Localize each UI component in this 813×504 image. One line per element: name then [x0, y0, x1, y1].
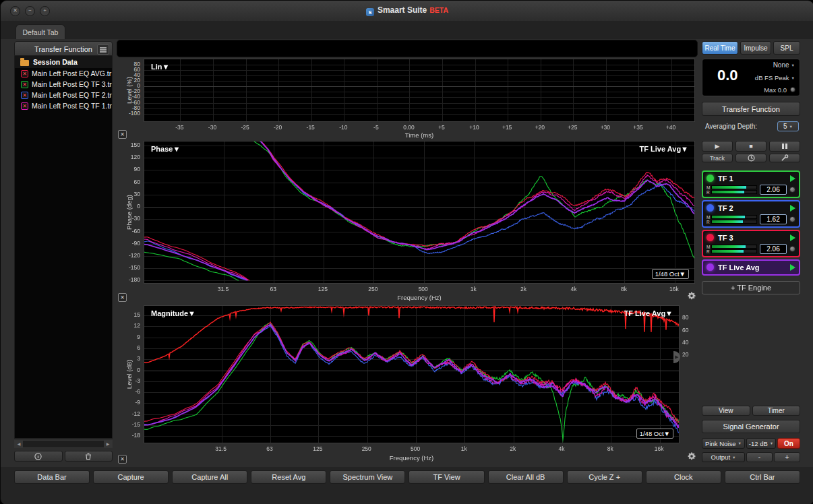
- ir-scale-dropdown[interactable]: Lin▼: [151, 63, 169, 71]
- meter-source-dropdown[interactable]: None: [773, 61, 795, 69]
- averaging-depth-select[interactable]: 5: [777, 121, 799, 131]
- tf-engine-tf-2[interactable]: TF 2MR1.62: [702, 200, 800, 228]
- magnitude-settings-gear-icon[interactable]: [687, 451, 696, 461]
- generator-on-button[interactable]: On: [777, 438, 800, 449]
- tf-delay-value[interactable]: 2.06: [760, 244, 787, 254]
- bottom-tf-view-button[interactable]: TF View: [409, 470, 484, 484]
- magnitude-plot[interactable]: Magnitude▼ TF Live Avg▼ 1/48 Oct▼: [144, 305, 680, 443]
- play-button[interactable]: ▶: [702, 141, 733, 152]
- sidebar-footer-buttons: [14, 451, 113, 462]
- bottom-data-bar-button[interactable]: Data Bar: [14, 470, 90, 484]
- tf-run-icon[interactable]: [790, 264, 795, 271]
- menu-icon[interactable]: [97, 44, 109, 55]
- generator-level-select[interactable]: -12 dB: [746, 438, 776, 449]
- tools-icon-button[interactable]: [769, 154, 800, 162]
- sidebar: Transfer Function Session Data Main Left…: [14, 41, 113, 462]
- y-tick-label: 3: [137, 355, 140, 362]
- phase-type-dropdown[interactable]: Phase▼: [151, 145, 180, 153]
- session-file-main-left-post-eq-tf-1-tr[interactable]: Main Left Post EQ TF 1.tr: [15, 100, 112, 111]
- ir-plot[interactable]: Lin▼: [144, 59, 695, 122]
- tf-engine-tf-1[interactable]: TF 1MR2.06: [702, 170, 800, 198]
- meter-reset-knob[interactable]: [790, 87, 795, 92]
- track-button[interactable]: Track: [702, 154, 733, 162]
- remove-file-icon[interactable]: [21, 70, 28, 77]
- x-tick-label: 16k: [669, 286, 679, 292]
- tf-option-knob[interactable]: [789, 246, 795, 252]
- x-tick-label: 250: [362, 445, 371, 452]
- magnitude-pane-close-icon[interactable]: [118, 455, 127, 464]
- pause-button[interactable]: [769, 141, 800, 152]
- meter-unit-dropdown[interactable]: dB FS Peak: [755, 74, 795, 82]
- tf-delay-value[interactable]: 2.06: [760, 185, 787, 195]
- stop-button[interactable]: ■: [735, 141, 766, 152]
- phase-settings-gear-icon[interactable]: [687, 291, 696, 301]
- tf-option-knob[interactable]: [789, 187, 795, 193]
- magnitude-type-dropdown[interactable]: Magnitude▼: [151, 309, 195, 317]
- x-tick-label: 63: [266, 445, 272, 452]
- phase-pane-close-icon[interactable]: [118, 293, 127, 302]
- scroll-left-icon[interactable]: [15, 441, 23, 447]
- generator-minus-button[interactable]: -: [746, 452, 773, 462]
- view-timer-row: View Timer: [702, 406, 800, 416]
- remove-file-icon[interactable]: [21, 92, 28, 99]
- file-label: Main Left Post EQ TF 2.tr: [32, 91, 112, 99]
- meter-channel-label: M: [706, 215, 710, 220]
- sidebar-title: Transfer Function: [34, 45, 92, 53]
- y-tick-label: -18: [132, 432, 140, 439]
- session-file-main-left-post-eq-avg-tr[interactable]: Main Left Post EQ AVG.tr: [15, 68, 112, 79]
- ir-pane-close-icon[interactable]: [118, 130, 127, 139]
- magnitude-active-trace-dropdown[interactable]: TF Live Avg▼: [624, 309, 673, 317]
- timer-button[interactable]: Timer: [752, 406, 801, 416]
- phase-smoothing-dropdown[interactable]: 1/48 Oct▼: [652, 269, 689, 279]
- session-data-folder[interactable]: Session Data: [15, 56, 112, 68]
- phase-pane: Phase (deg) 1501209060300-30-60-90-120-1…: [117, 141, 702, 304]
- mode-real-time[interactable]: Real Time: [702, 41, 738, 55]
- scroll-right-icon[interactable]: [104, 441, 112, 447]
- tab-default[interactable]: Default Tab: [16, 24, 65, 40]
- info-button[interactable]: [14, 451, 63, 462]
- phase-active-trace-dropdown[interactable]: TF Live Avg▼: [640, 145, 688, 153]
- bottom-reset-avg-button[interactable]: Reset Avg: [251, 470, 326, 484]
- tf-run-icon[interactable]: [790, 175, 795, 182]
- y-tick-label: 30: [134, 191, 140, 197]
- tf-status-led: [706, 175, 714, 182]
- remove-file-icon[interactable]: [21, 81, 28, 88]
- sidebar-hscrollbar[interactable]: [14, 440, 113, 448]
- delete-button[interactable]: [65, 451, 113, 462]
- mode-spl[interactable]: SPL: [773, 41, 800, 55]
- mode-impulse[interactable]: Impulse: [740, 41, 771, 55]
- collapsed-pane-bar[interactable]: [117, 40, 698, 57]
- session-file-main-left-post-eq-tf-2-tr[interactable]: Main Left Post EQ TF 2.tr: [15, 90, 112, 100]
- bottom-clock-button[interactable]: Clock: [646, 470, 721, 484]
- generator-signal-select[interactable]: Pink Noise: [702, 438, 745, 449]
- bottom-capture-all-button[interactable]: Capture All: [172, 470, 247, 484]
- bottom-clear-all-db-button[interactable]: Clear All dB: [488, 470, 564, 484]
- tf-run-icon[interactable]: [790, 205, 795, 212]
- timer-icon-button[interactable]: [735, 154, 766, 162]
- coherence-tick-label: 80: [682, 314, 688, 321]
- y-tick-label: 9: [137, 334, 140, 340]
- tf-run-icon[interactable]: [790, 234, 795, 241]
- x-tick-label: +30: [601, 124, 610, 131]
- tf-option-knob[interactable]: [789, 216, 795, 222]
- phase-plot[interactable]: Phase▼ TF Live Avg▼ 1/48 Oct▼: [144, 141, 695, 284]
- view-button[interactable]: View: [702, 406, 750, 416]
- bottom-cycle-z-button[interactable]: Cycle Z +: [567, 470, 642, 484]
- pause-icon: [782, 144, 787, 149]
- magnitude-smoothing-dropdown[interactable]: 1/48 Oct▼: [636, 429, 673, 439]
- generator-output-select[interactable]: Output: [702, 452, 745, 462]
- tf-engine-tf-3[interactable]: TF 3MR2.06: [702, 230, 800, 257]
- bottom-capture-button[interactable]: Capture: [93, 470, 169, 484]
- bottom-ctrl-bar-button[interactable]: Ctrl Bar: [725, 470, 800, 484]
- session-file-main-left-post-eq-tf-3-tr[interactable]: Main Left Post EQ TF 3.tr: [15, 79, 112, 90]
- remove-file-icon[interactable]: [21, 102, 28, 110]
- add-tf-engine-button[interactable]: + TF Engine: [702, 281, 800, 294]
- generator-plus-button[interactable]: +: [774, 452, 800, 462]
- bottom-spectrum-view-button[interactable]: Spectrum View: [330, 470, 405, 484]
- y-tick-label: -3: [135, 377, 140, 384]
- tf-delay-value[interactable]: 1.62: [760, 214, 787, 224]
- x-tick-label: 4k: [570, 286, 576, 292]
- tf-engine-tf-live-avg[interactable]: TF Live Avg: [702, 259, 800, 276]
- x-tick-label: 4k: [558, 445, 564, 452]
- app-window: Smaart SuiteBETA Default Tab Transfer Fu…: [0, 0, 813, 504]
